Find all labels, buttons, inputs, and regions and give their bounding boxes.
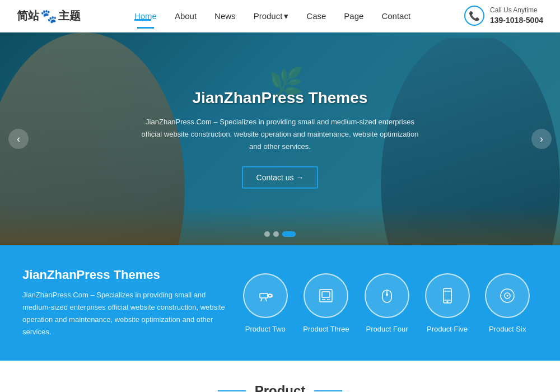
product-item-five[interactable]: Product Five [425, 273, 470, 333]
phone-number: 139-1018-5004 [490, 15, 543, 26]
slider-dot-1[interactable] [264, 231, 270, 237]
product-six-label: Product Six [489, 325, 526, 333]
product-section-title: Product [255, 383, 306, 392]
hero-description: JianZhanPress.Com – Specializes in provi… [140, 116, 420, 153]
product-three-icon-circle [304, 273, 348, 318]
product-item-two[interactable]: Product Two [243, 273, 288, 333]
drill-icon [255, 286, 276, 306]
svg-rect-6 [322, 292, 330, 297]
blue-section-title: JianZhanPress Themes [22, 268, 235, 282]
nav-link-contact[interactable]: Contact [372, 11, 419, 21]
frame-icon [316, 286, 336, 306]
product-item-four[interactable]: Product Four [365, 273, 409, 333]
navigation: Home About News Product ▾ Case Page Cont… [125, 11, 419, 21]
svg-point-15 [446, 301, 448, 302]
hero-content: JianZhanPress Themes JianZhanPress.Com –… [140, 89, 420, 189]
call-label: Call Us Anytime [490, 6, 538, 14]
disc-icon [497, 286, 517, 306]
chevron-left-icon: ‹ [17, 133, 20, 145]
nav-link-news[interactable]: News [206, 11, 245, 21]
contact-info: 📞 Call Us Anytime 139-1018-5004 [464, 6, 543, 26]
product-five-label: Product Five [427, 325, 468, 333]
header: 简站 🐾 主题 Home About News Product ▾ Case P… [0, 0, 560, 32]
mobile-icon [437, 286, 458, 306]
product-four-label: Product Four [366, 325, 408, 333]
chevron-right-icon: › [540, 133, 543, 145]
slider-next-button[interactable]: › [531, 129, 552, 149]
contact-text: Call Us Anytime 139-1018-5004 [490, 6, 543, 26]
svg-point-18 [507, 295, 508, 296]
floor-overlay [0, 206, 560, 245]
mouse-icon [377, 286, 397, 306]
nav-link-product[interactable]: Product ▾ [245, 11, 298, 21]
logo-text2: 主题 [58, 8, 81, 24]
product-two-icon-circle [243, 273, 288, 318]
nav-link-page[interactable]: Page [335, 11, 372, 21]
nav-item-product[interactable]: Product ▾ [245, 11, 298, 21]
svg-line-3 [265, 298, 267, 301]
svg-line-2 [261, 298, 262, 301]
svg-rect-0 [260, 293, 268, 298]
nav-item-home[interactable]: Home [125, 11, 166, 21]
nav-item-news[interactable]: News [206, 11, 245, 21]
section-title-wrap: Product [17, 383, 543, 392]
svg-point-11 [386, 293, 388, 296]
slider-dot-2[interactable] [273, 231, 279, 237]
product-section: Product This position contains product c… [0, 361, 560, 392]
svg-rect-12 [444, 288, 451, 303]
hero-title: JianZhanPress Themes [140, 89, 420, 107]
blue-text-area: JianZhanPress Themes JianZhanPress.Com –… [22, 268, 235, 338]
slider-prev-button[interactable]: ‹ [8, 129, 29, 149]
hero-section: 🌿 ‹ JianZhanPress Themes JianZhanPress.C… [0, 32, 560, 245]
nav-item-about[interactable]: About [166, 11, 206, 21]
products-row: Product Two Product Three [235, 273, 538, 333]
logo: 简站 🐾 主题 [17, 8, 81, 24]
logo-text1: 简站 [17, 8, 39, 24]
slider-dot-3[interactable] [282, 231, 296, 237]
contact-us-button[interactable]: Contact us → [242, 166, 319, 189]
section-line-right [314, 390, 342, 391]
nav-item-page[interactable]: Page [335, 11, 372, 21]
product-two-label: Product Two [245, 325, 286, 333]
nav-link-about[interactable]: About [166, 11, 206, 21]
logo-paw-icon: 🐾 [40, 8, 57, 24]
blue-features-section: JianZhanPress Themes JianZhanPress.Com –… [0, 245, 560, 361]
blue-section-description: JianZhanPress.Com – Specializes in provi… [22, 289, 235, 338]
slider-dots [264, 231, 296, 237]
nav-item-case[interactable]: Case [297, 11, 335, 21]
product-three-label: Product Three [303, 325, 349, 333]
product-four-icon-circle [365, 273, 409, 318]
product-six-icon-circle [485, 273, 530, 318]
nav-link-case[interactable]: Case [297, 11, 335, 21]
dropdown-arrow-icon: ▾ [284, 11, 288, 21]
section-line-left [218, 390, 246, 391]
phone-icon: 📞 [464, 6, 484, 26]
product-five-icon-circle [425, 273, 470, 318]
nav-item-contact[interactable]: Contact [372, 11, 419, 21]
nav-link-home[interactable]: Home [125, 11, 166, 21]
product-item-six[interactable]: Product Six [485, 273, 530, 333]
product-item-three[interactable]: Product Three [303, 273, 349, 333]
